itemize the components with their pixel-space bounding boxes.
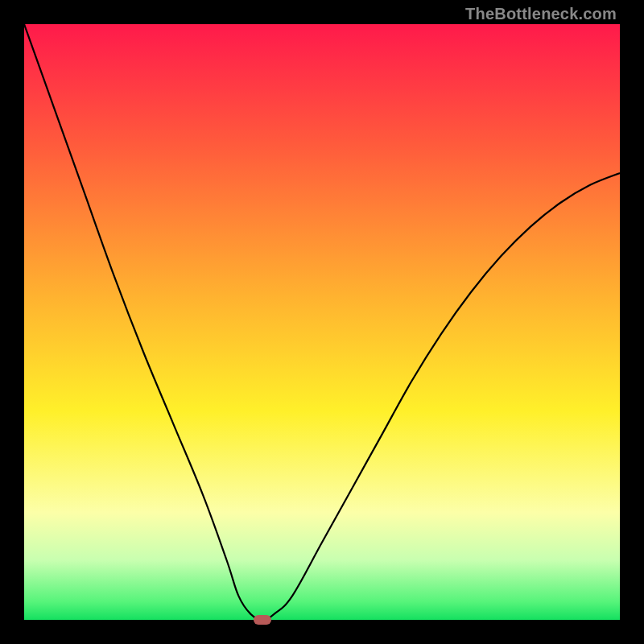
chart-frame: TheBottleneck.com: [0, 0, 644, 644]
gradient-background: [24, 24, 620, 620]
bottleneck-chart: [24, 24, 620, 620]
plot-area: [24, 24, 620, 620]
watermark-label: TheBottleneck.com: [465, 5, 617, 23]
